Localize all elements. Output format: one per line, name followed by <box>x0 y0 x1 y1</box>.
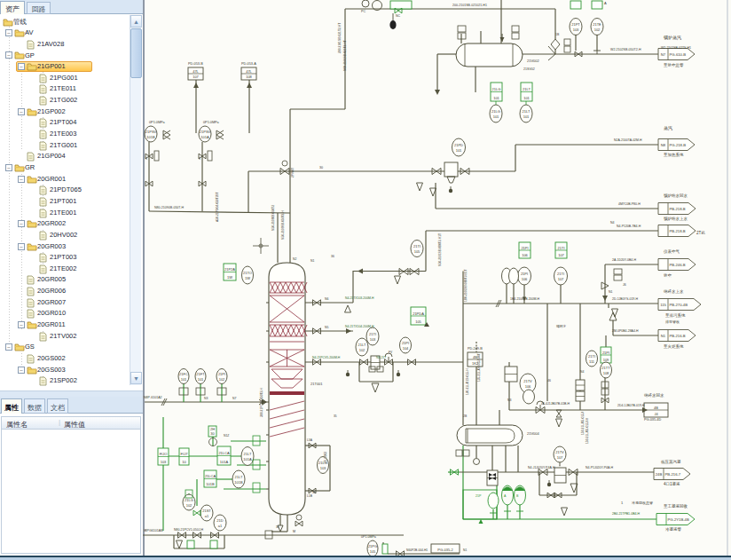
svg-text:2B4-21TPB1-0B4-H: 2B4-21TPB1-0B4-H <box>612 512 641 516</box>
svg-text:0P1.0MPa: 0P1.0MPa <box>361 535 376 539</box>
svg-text:FIJO: FIJO <box>160 452 168 456</box>
svg-text:150-21LJ05-015J: 150-21LJ05-015J <box>581 412 585 435</box>
svg-text:A50-21PG04-050TJST: A50-21PG04-050TJST <box>216 192 219 222</box>
svg-text:30: 30 <box>319 166 323 170</box>
svg-text:101: 101 <box>181 377 187 382</box>
svg-text:105: 105 <box>414 249 421 254</box>
svg-text:2D-1JB0YS-019-H: 2D-1JB0YS-019-H <box>612 297 638 301</box>
svg-text:N80-21090B-050T-H: N80-21090B-050T-H <box>154 206 185 209</box>
svg-text:21SV02: 21SV02 <box>523 67 535 71</box>
svg-text:循环水回水: 循环水回水 <box>644 392 664 398</box>
svg-text:X: X <box>199 157 200 161</box>
svg-text:101: 101 <box>456 148 462 153</box>
svg-text:106: 106 <box>525 384 531 389</box>
svg-text:105: 105 <box>370 549 376 554</box>
svg-text:1W: 1W <box>227 275 232 280</box>
svg-text:21PD: 21PD <box>454 143 463 147</box>
svg-text:21TT: 21TT <box>601 366 610 370</box>
svg-text:21LT: 21LT <box>244 452 252 456</box>
svg-text:PB-218-B: PB-218-B <box>670 229 686 233</box>
svg-text:108: 108 <box>603 371 609 375</box>
svg-text:21LT: 21LT <box>523 87 531 91</box>
svg-text:凝PG6101AB: 凝PG6101AB <box>144 528 163 532</box>
svg-text:至工凝液回收: 至工凝液回收 <box>664 503 688 509</box>
svg-text:PB-270-4B: PB-270-4B <box>670 303 688 307</box>
svg-text:21FC: 21FC <box>179 372 188 376</box>
svg-text:108: 108 <box>246 75 252 79</box>
svg-text:21TV: 21TV <box>555 450 564 454</box>
svg-text:仪表空气: 仪表空气 <box>663 249 680 254</box>
svg-text:2A-1D20Y-0B4-H: 2A-1D20Y-0B4-H <box>612 258 636 262</box>
svg-text:21PI: 21PI <box>602 351 609 355</box>
svg-text:150-21LJ05-015J-H: 150-21LJ05-015J-H <box>586 417 589 444</box>
svg-text:21P: 21P <box>476 494 482 498</box>
svg-text:N80-21PCV1-050J-H: N80-21PCV1-050J-H <box>174 528 204 532</box>
svg-text:21LT: 21LT <box>358 343 366 347</box>
svg-text:N8P-6101A2: N8P-6101A2 <box>144 396 162 399</box>
svg-text:21LCA: 21LCA <box>205 474 216 478</box>
svg-text:FV: FV <box>389 351 393 354</box>
svg-text:PG-218-B: PG-218-B <box>670 143 687 147</box>
svg-text:115: 115 <box>660 303 666 307</box>
svg-text:4口1凝液: 4口1凝液 <box>664 481 680 486</box>
svg-text:PB-216-7: PB-216-7 <box>665 472 681 477</box>
svg-text:21TO: 21TO <box>243 271 252 275</box>
svg-text:N1: N1 <box>661 334 666 338</box>
svg-text:N4-21TX104-200M-H: N4-21TX104-200M-H <box>345 325 374 328</box>
svg-text:300-21PCV3-050T2-H: 300-21PCV3-050T2-H <box>260 388 263 417</box>
svg-text:101: 101 <box>523 96 530 100</box>
svg-text:2H: 2H <box>210 427 215 431</box>
svg-text:N4-21PCV5-200M-H: N4-21PCV5-200M-H <box>312 356 341 359</box>
svg-text:102: 102 <box>594 28 601 32</box>
svg-text:排放管收: 排放管收 <box>665 319 680 324</box>
svg-text:1W: 1W <box>245 276 250 280</box>
svg-text:107: 107 <box>557 455 563 460</box>
svg-text:104: 104 <box>403 346 409 351</box>
svg-text:21ST: 21ST <box>202 509 211 513</box>
svg-text:1B0-2101SB-0B0TJ-B1T: 1B0-2101SB-0B0TJ-B1T <box>464 270 468 302</box>
svg-text:101B: 101B <box>234 480 243 485</box>
svg-text:J6: J6 <box>623 283 626 287</box>
svg-text:4B: 4B <box>654 406 658 410</box>
svg-text:1B: 1B <box>555 33 560 36</box>
svg-text:PG-610-B: PG-610-B <box>670 52 687 57</box>
svg-text:锅炉蒸汽: 锅炉蒸汽 <box>664 35 681 41</box>
svg-text:105: 105 <box>415 319 421 324</box>
svg-text:21TV: 21TV <box>523 379 532 383</box>
svg-text:N3: N3 <box>204 397 208 400</box>
svg-text:21PI: 21PI <box>521 272 528 276</box>
svg-text:101A: 101A <box>243 457 252 461</box>
svg-text:21PSV: 21PSV <box>145 130 157 134</box>
svg-text:0P1.0MPa: 0P1.0MPa <box>203 121 220 124</box>
svg-text:21LT: 21LT <box>523 109 531 114</box>
svg-text:a1: a1 <box>205 514 209 518</box>
svg-text:106: 106 <box>522 253 528 257</box>
svg-text:1J0-21LJ01S-015-H: 1J0-21LJ01S-015-H <box>466 368 469 395</box>
svg-text:109: 109 <box>603 358 609 362</box>
svg-text:X: X <box>145 157 147 161</box>
svg-text:锅炉给水回水: 锅炉给水回水 <box>664 193 688 198</box>
svg-text:M: M <box>293 530 295 533</box>
svg-text:低压蒸汽凝: 低压蒸汽凝 <box>660 459 681 464</box>
svg-text:21TE: 21TE <box>593 22 601 27</box>
svg-text:W2-2102SB-050T2-H: W2-2102SB-050T2-H <box>610 48 641 51</box>
svg-text:21TI: 21TI <box>557 246 564 250</box>
svg-text:a1: a1 <box>218 524 223 528</box>
svg-text:冷凝回收总管: 冷凝回收总管 <box>632 501 653 505</box>
svg-text:21LG103: 21LG103 <box>324 452 327 463</box>
svg-text:103: 103 <box>161 460 167 464</box>
svg-text:21V002: 21V002 <box>527 59 540 63</box>
svg-text:2D4-1JB07B-019-H: 2D4-1JB07B-019-H <box>617 404 645 407</box>
svg-text:N4-P1J020Y-P4A-H: N4-P1J020Y-P4A-H <box>586 466 613 469</box>
svg-text:21T001: 21T001 <box>310 382 323 386</box>
svg-text:N8: N8 <box>661 143 666 147</box>
svg-text:103: 103 <box>370 337 376 342</box>
svg-text:111: 111 <box>589 359 595 364</box>
svg-text:21PSV: 21PSV <box>200 130 211 134</box>
svg-text:W2-2102SB-02TS-H1: W2-2102SB-02TS-H1 <box>661 46 691 50</box>
svg-text:10: 10 <box>182 460 186 464</box>
svg-text:N4-P120B-7B4-H: N4-P120B-7B4-H <box>617 225 641 228</box>
svg-text:103: 103 <box>320 466 326 470</box>
svg-text:冷凝液管: 冷凝液管 <box>665 526 682 532</box>
svg-text:循环水: 循环水 <box>556 324 567 328</box>
